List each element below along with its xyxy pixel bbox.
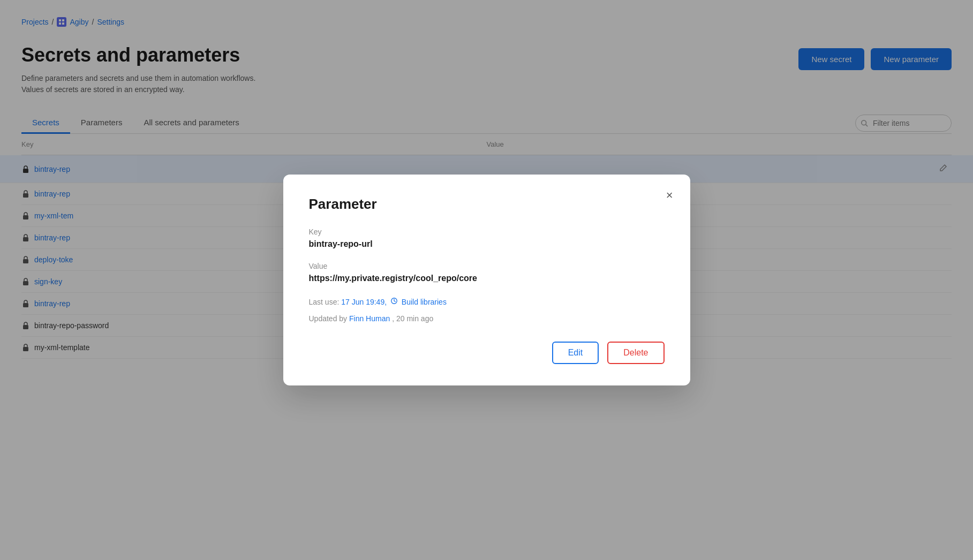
modal-close-button[interactable]: ×	[664, 187, 675, 203]
modal-actions: Edit Delete	[309, 342, 665, 364]
updated-ago: , 20 min ago	[392, 314, 433, 323]
modal-delete-button[interactable]: Delete	[607, 342, 664, 364]
updated-by-prefix: Updated by	[309, 314, 348, 323]
workflow-name[interactable]: Build libraries	[402, 298, 447, 306]
modal-key-value: bintray-repo-url	[309, 239, 665, 249]
last-use-prefix: Last use:	[309, 298, 340, 306]
modal-meta-lastuse: Last use: 17 Jun 19:49, Build libraries	[309, 296, 665, 308]
modal-key-label: Key	[309, 228, 665, 236]
modal-overlay[interactable]: × Parameter Key bintray-repo-url Value h…	[0, 0, 973, 560]
modal-meta-updated: Updated by Finn Human , 20 min ago	[309, 313, 665, 324]
modal-value-label: Value	[309, 262, 665, 270]
updated-by-name[interactable]: Finn Human	[349, 314, 390, 323]
workflow-icon	[390, 297, 398, 305]
modal-value-value: https://my.private.registry/cool_repo/co…	[309, 274, 665, 283]
modal-edit-button[interactable]: Edit	[552, 342, 599, 364]
modal-title: Parameter	[309, 196, 665, 213]
last-use-date[interactable]: 17 Jun 19:49,	[341, 298, 387, 306]
parameter-modal: × Parameter Key bintray-repo-url Value h…	[283, 175, 690, 385]
